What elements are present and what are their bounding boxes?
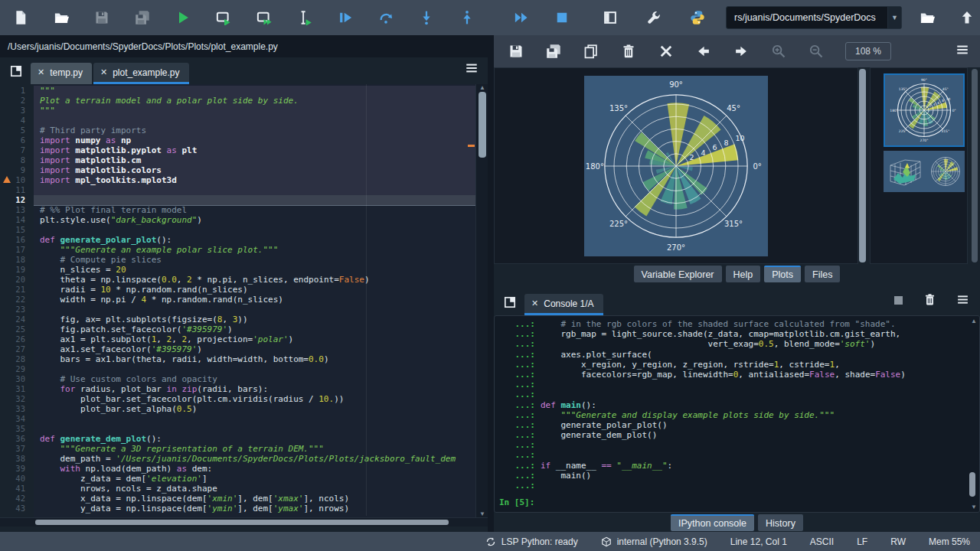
continue-button[interactable]: [513, 9, 530, 26]
stop-debug-button[interactable]: [554, 9, 570, 26]
editor-line: # Use custom colors and opacity: [34, 374, 475, 384]
line-number: 18: [0, 255, 34, 265]
save-button[interactable]: [93, 9, 110, 26]
plot-zoom-level[interactable]: 108 %: [845, 42, 891, 60]
console-line: ...: main(): [497, 471, 978, 481]
code-editor[interactable]: 1234567891011121314151617181920212223242…: [0, 84, 488, 527]
run-file-button[interactable]: [175, 9, 191, 26]
console-options-menu-icon[interactable]: [956, 293, 969, 309]
plot-thumbnail-2[interactable]: [884, 151, 965, 192]
plot-copy-button[interactable]: [583, 43, 599, 60]
file-path: /Users/juanis/Documents/SpyderDocs/Plots…: [8, 41, 278, 52]
svg-text:8: 8: [724, 139, 728, 147]
new-file-button[interactable]: [12, 9, 29, 26]
console-trash-icon[interactable]: [923, 293, 936, 309]
status-internal-python-3-9-5-[interactable]: internal (Python 3.9.5): [601, 536, 707, 547]
maximize-pane-button[interactable]: [602, 9, 619, 26]
plot-previous-button[interactable]: [695, 43, 712, 60]
status-rw[interactable]: RW: [890, 536, 906, 547]
plot-thumbnail-selected[interactable]: 0°45°90°135°180°225°270°315°246810: [884, 73, 965, 147]
save-all-button[interactable]: [134, 9, 151, 26]
console-tab-console-1-a[interactable]: ✕Console 1/A: [524, 294, 603, 315]
spyder-window: rs/juanis/Documents/SpyderDocs▼ /Users/j…: [0, 0, 980, 551]
console-line: ...:def main():: [497, 400, 978, 410]
console-input-prompt[interactable]: In [5]:: [497, 497, 978, 507]
pane-tab-files[interactable]: Files: [805, 266, 840, 282]
new-window-icon[interactable]: [9, 64, 24, 80]
svg-text:0°: 0°: [753, 161, 761, 170]
editor-options-menu-icon[interactable]: [465, 61, 479, 78]
chevron-down-icon[interactable]: ▼: [887, 7, 901, 28]
browse-workdir-button[interactable]: [919, 9, 936, 26]
console-line: ...:: [497, 440, 978, 450]
preferences-button[interactable]: [645, 9, 662, 26]
console-output[interactable]: ...: # in the rgb colors of the shaded s…: [494, 315, 980, 513]
pane-tab-variable-explorer[interactable]: Variable Explorer: [634, 266, 722, 282]
plot-save-all-button[interactable]: [545, 43, 562, 60]
plot-zoom-in-button[interactable]: [770, 43, 787, 60]
status-ascii[interactable]: ASCII: [810, 536, 834, 547]
editor-line: [34, 414, 475, 424]
console-line: ...:: [497, 481, 978, 491]
editor-tab-temp-py[interactable]: ✕temp.py: [31, 63, 92, 84]
status-label: LF: [857, 536, 867, 547]
close-icon[interactable]: ✕: [531, 298, 538, 308]
plot-view-scrollbar[interactable]: [858, 67, 867, 264]
open-file-button[interactable]: [53, 9, 70, 26]
parent-dir-button[interactable]: [959, 9, 975, 26]
pane-tab-plots[interactable]: Plots: [764, 266, 801, 282]
run-cell-button[interactable]: [215, 9, 232, 26]
status-lf[interactable]: LF: [857, 536, 867, 547]
run-selection-button[interactable]: [296, 9, 313, 26]
plot-remove-button[interactable]: [620, 43, 637, 60]
console-line: ...:: [497, 450, 978, 460]
svg-text:0°: 0°: [952, 109, 956, 112]
python-env-button[interactable]: [689, 9, 706, 26]
editor-tab-plot-example-py[interactable]: ✕plot_example.py: [93, 63, 189, 84]
console-new-window-icon[interactable]: [503, 295, 518, 311]
step-into-button[interactable]: [418, 9, 435, 26]
editor-horizontal-scrollbar[interactable]: [0, 517, 488, 527]
editor-code-area[interactable]: """Plot a terrain model and a polar plot…: [34, 84, 475, 517]
plots-options-menu-icon[interactable]: [956, 43, 969, 60]
console-scrollbar[interactable]: ▲ ▼: [968, 319, 977, 509]
line-number: 41: [0, 484, 34, 494]
step-over-button[interactable]: [377, 9, 394, 26]
panel-splitter[interactable]: [488, 35, 494, 532]
plot-view[interactable]: 0°45°90°135°180°225°270°315°246810: [494, 67, 858, 264]
status-mem-55-[interactable]: Mem 55%: [929, 536, 970, 547]
editor-line: import mpl_toolkits.mplot3d: [34, 175, 475, 185]
plot-zoom-out-button[interactable]: [808, 43, 825, 60]
dem-plot-thumbnail: [884, 154, 926, 189]
status-label: RW: [890, 536, 906, 547]
run-cell-advance-button[interactable]: [256, 9, 273, 26]
editor-vertical-scrollbar[interactable]: ▲ ▼: [475, 84, 488, 517]
console-strip-tab-ipython-console[interactable]: IPython console: [671, 514, 754, 531]
thumbnails-scrollbar[interactable]: [971, 67, 978, 264]
status-line-12-col-1[interactable]: Line 12, Col 1: [730, 536, 787, 547]
svg-text:6: 6: [713, 143, 717, 152]
svg-text:225°: 225°: [609, 219, 628, 227]
debug-file-button[interactable]: [337, 9, 354, 26]
console-line: ...: rgb_map = light_source.shade(z_data…: [497, 329, 978, 339]
console-strip-tab-history[interactable]: History: [758, 514, 803, 531]
editor-line: import matplotlib.pyplot as plt: [34, 145, 475, 155]
close-icon[interactable]: ✕: [38, 67, 44, 77]
svg-text:135°: 135°: [899, 87, 907, 91]
console-line: ...: vert_exag=0.5, blend_mode='soft'): [497, 339, 978, 349]
pane-tab-help[interactable]: Help: [726, 266, 761, 282]
status-lsp-python-ready[interactable]: LSP Python: ready: [485, 536, 578, 547]
plots-toolbar: 108 %: [494, 35, 980, 67]
line-number: 40: [0, 474, 34, 484]
polar-plot-figure: 0°45°90°135°180°225°270°315°246810: [584, 76, 768, 256]
working-directory-combobox[interactable]: rs/juanis/Documents/SpyderDocs▼: [726, 6, 902, 29]
svg-text:45°: 45°: [942, 87, 949, 91]
interrupt-kernel-icon[interactable]: [893, 295, 903, 308]
step-return-button[interactable]: [459, 9, 475, 26]
plot-next-button[interactable]: [733, 43, 750, 60]
console-bottom-tabstrip: IPython consoleHistory: [494, 513, 980, 532]
plot-save-button[interactable]: [508, 43, 524, 60]
plot-close-all-button[interactable]: [658, 43, 675, 60]
line-number: 23: [0, 305, 34, 315]
close-icon[interactable]: ✕: [100, 67, 107, 77]
